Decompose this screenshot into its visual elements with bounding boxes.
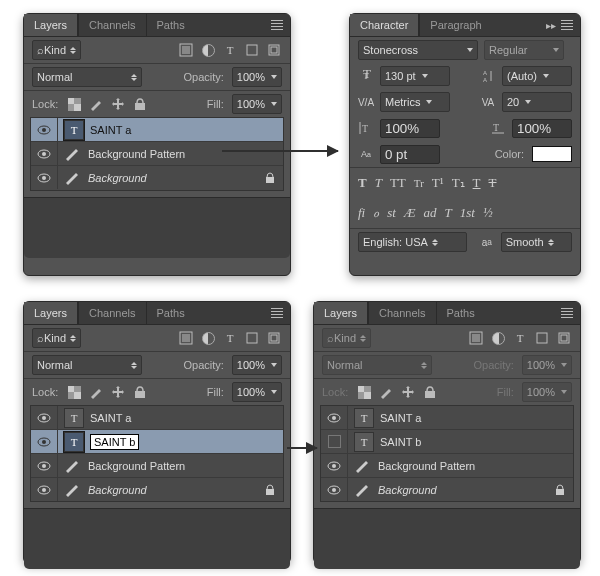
smallcaps-btn[interactable]: Tr	[414, 177, 424, 189]
tab-channels[interactable]: Channels	[78, 14, 145, 36]
hscale-input[interactable]	[512, 119, 572, 138]
filter-pixel-icon[interactable]	[178, 330, 194, 346]
visibility-toggle[interactable]	[321, 406, 348, 429]
language-select[interactable]: English: USA	[358, 232, 467, 252]
baseline-input[interactable]	[380, 145, 440, 164]
tab-paths[interactable]: Paths	[146, 14, 195, 36]
layer-name[interactable]: Background	[88, 484, 265, 496]
fill-input[interactable]: 100%	[522, 382, 572, 402]
layer-background[interactable]: Background	[31, 477, 283, 501]
visibility-toggle[interactable]	[31, 118, 58, 141]
filter-smart-icon[interactable]	[266, 330, 282, 346]
filter-type-icon[interactable]: T	[222, 330, 238, 346]
blend-mode-select[interactable]: Normal	[322, 355, 432, 375]
blend-mode-select[interactable]: Normal	[32, 67, 142, 87]
fill-input[interactable]: 100%	[232, 382, 282, 402]
font-family-select[interactable]: Stonecross	[358, 40, 478, 60]
tab-channels[interactable]: Channels	[368, 302, 435, 324]
lig-btn[interactable]: fi	[358, 205, 365, 221]
lock-paint-icon[interactable]	[378, 384, 394, 400]
filter-shape-icon[interactable]	[244, 330, 260, 346]
visibility-toggle[interactable]	[321, 478, 348, 501]
layer-saint-a[interactable]: T SAINT a	[31, 118, 283, 141]
filter-shape-icon[interactable]	[244, 42, 260, 58]
tab-paths[interactable]: Paths	[436, 302, 485, 324]
layer-bg-pattern[interactable]: Background Pattern	[321, 453, 573, 477]
font-style-select[interactable]: Regular	[484, 40, 564, 60]
tab-character[interactable]: Character	[350, 14, 419, 36]
fraction-btn[interactable]: ½	[483, 205, 493, 221]
tracking-input[interactable]: 20	[502, 92, 572, 112]
layer-background[interactable]: Background	[321, 477, 573, 501]
visibility-toggle[interactable]	[321, 430, 348, 453]
visibility-toggle[interactable]	[31, 142, 58, 165]
filter-adjust-icon[interactable]	[200, 42, 216, 58]
opacity-input[interactable]: 100%	[232, 67, 282, 87]
visibility-toggle[interactable]	[31, 406, 58, 429]
lock-move-icon[interactable]	[110, 96, 126, 112]
tab-layers[interactable]: Layers	[314, 302, 368, 324]
panel-menu-icon[interactable]	[268, 20, 286, 30]
subscript-btn[interactable]: T₁	[452, 175, 465, 191]
filter-type-icon[interactable]: T	[222, 42, 238, 58]
antialias-select[interactable]: Smooth	[501, 232, 572, 252]
layer-name-edit[interactable]: SAINT b	[90, 436, 283, 448]
font-size-input[interactable]: 130 pt	[380, 66, 450, 86]
leading-input[interactable]: (Auto)	[502, 66, 572, 86]
filter-pixel-icon[interactable]	[178, 42, 194, 58]
filter-smart-icon[interactable]	[266, 42, 282, 58]
layer-name[interactable]: Background	[88, 172, 265, 184]
lock-move-icon[interactable]	[110, 384, 126, 400]
layer-name[interactable]: SAINT a	[380, 412, 573, 424]
visibility-toggle[interactable]	[31, 454, 58, 477]
layer-name[interactable]: SAINT b	[380, 436, 573, 448]
layer-name[interactable]: Background	[378, 484, 555, 496]
disc-btn[interactable]: st	[387, 205, 396, 221]
underline-btn[interactable]: T	[473, 175, 481, 191]
tab-channels[interactable]: Channels	[78, 302, 145, 324]
visibility-toggle[interactable]	[31, 166, 58, 189]
kerning-input[interactable]: Metrics	[380, 92, 450, 112]
stylistic-btn[interactable]: ad	[423, 205, 436, 221]
filter-adjust-icon[interactable]	[490, 330, 506, 346]
filter-type-icon[interactable]: T	[512, 330, 528, 346]
lock-paint-icon[interactable]	[88, 96, 104, 112]
tab-layers[interactable]: Layers	[24, 302, 78, 324]
layer-saint-a[interactable]: TSAINT a	[31, 406, 283, 429]
filter-pixel-icon[interactable]	[468, 330, 484, 346]
panel-menu-icon[interactable]	[268, 308, 286, 318]
panel-menu-icon[interactable]	[558, 20, 576, 30]
italic-btn[interactable]: T	[375, 175, 382, 191]
layer-name[interactable]: SAINT a	[90, 124, 283, 136]
opacity-input[interactable]: 100%	[522, 355, 572, 375]
strike-btn[interactable]: T	[489, 175, 497, 191]
blend-mode-select[interactable]: Normal	[32, 355, 142, 375]
collapse-icon[interactable]: ▸▸	[544, 20, 558, 31]
bold-btn[interactable]: T	[358, 175, 367, 191]
fill-input[interactable]: 100%	[232, 94, 282, 114]
allcaps-btn[interactable]: TT	[390, 175, 406, 191]
layer-bg-pattern[interactable]: Background Pattern	[31, 141, 283, 165]
visibility-toggle[interactable]	[31, 478, 58, 501]
layer-background[interactable]: Background	[31, 165, 283, 189]
vscale-input[interactable]	[380, 119, 440, 138]
layer-name[interactable]: Background Pattern	[88, 460, 283, 472]
lock-trans-icon[interactable]	[66, 96, 82, 112]
layer-bg-pattern[interactable]: Background Pattern	[31, 453, 283, 477]
layer-name[interactable]: SAINT a	[90, 412, 283, 424]
filter-adjust-icon[interactable]	[200, 330, 216, 346]
panel-menu-icon[interactable]	[558, 308, 576, 318]
visibility-toggle[interactable]	[31, 430, 58, 453]
lock-paint-icon[interactable]	[88, 384, 104, 400]
lock-trans-icon[interactable]	[356, 384, 372, 400]
titling-btn[interactable]: T	[444, 205, 451, 221]
tab-paragraph[interactable]: Paragraph	[419, 14, 491, 36]
lock-all-icon[interactable]	[422, 384, 438, 400]
tab-layers[interactable]: Layers	[24, 14, 78, 36]
lock-all-icon[interactable]	[132, 384, 148, 400]
ordinal-btn[interactable]: 1st	[460, 205, 475, 221]
superscript-btn[interactable]: T¹	[432, 175, 444, 191]
layer-saint-a[interactable]: TSAINT a	[321, 406, 573, 429]
filter-select[interactable]: ⌕ Kind	[32, 40, 81, 60]
alt-btn[interactable]: ℴ	[373, 205, 379, 221]
